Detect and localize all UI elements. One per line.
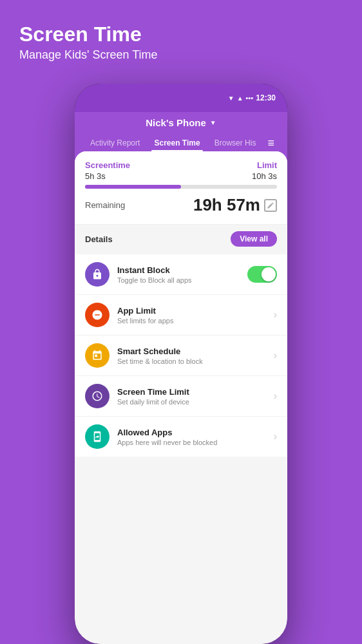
allowed-apps-chevron: › <box>274 431 277 442</box>
allowed-apps-title: Allowed Apps <box>117 428 274 437</box>
app-limit-chevron: › <box>274 309 277 321</box>
screen-time-limit-icon <box>85 384 110 408</box>
screentime-section: Screentime Limit 5h 3s 10h 3s Remaining … <box>75 151 287 225</box>
chevron-icon: › <box>274 309 277 320</box>
instant-block-subtitle: Toggle to Block all apps <box>117 276 247 284</box>
device-dropdown-arrow: ▼ <box>210 119 216 126</box>
app-limit-subtitle: Set limits for apps <box>117 317 274 325</box>
tab-browser-history[interactable]: Browser His <box>212 135 259 151</box>
progress-bar-bg <box>85 185 277 189</box>
smart-schedule-subtitle: Set time & location to block <box>117 357 274 365</box>
instant-block-title: Instant Block <box>117 265 247 275</box>
chevron-icon-4: › <box>274 431 277 442</box>
details-label: Details <box>85 234 113 244</box>
view-all-button[interactable]: View all <box>231 231 277 247</box>
wifi-icon: ▼ <box>228 95 234 102</box>
status-time: 12:30 <box>256 93 276 102</box>
limit-value: 10h 3s <box>252 171 277 181</box>
remaining-label: Remaining <box>85 200 125 210</box>
instant-block-toggle[interactable] <box>247 266 277 283</box>
tab-menu-icon[interactable]: ≡ <box>267 137 274 150</box>
instant-block-text: Instant Block Toggle to Block all apps <box>117 265 247 284</box>
screen-time-limit-chevron: › <box>274 390 277 402</box>
list-item-instant-block[interactable]: Instant Block Toggle to Block all apps <box>75 254 287 295</box>
smart-schedule-icon <box>85 343 110 368</box>
page-subtitle: Manage Kids' Screen Time <box>19 48 343 62</box>
content-card: Screentime Limit 5h 3s 10h 3s Remaining … <box>75 151 287 644</box>
tabs-bar: Activity Report Screen Time Browser His … <box>85 135 277 151</box>
instant-block-icon <box>85 262 110 287</box>
screentime-label: Screentime <box>85 160 130 170</box>
tab-screen-time[interactable]: Screen Time <box>151 135 202 151</box>
smart-schedule-chevron: › <box>274 350 277 361</box>
app-limit-text: App Limit Set limits for apps <box>117 306 274 325</box>
status-bar: ▼ ▲ ▪▪▪ 12:30 <box>75 84 287 112</box>
allowed-apps-subtitle: Apps here will never be blocked <box>117 439 274 446</box>
app-limit-icon <box>85 303 110 327</box>
list-item-screen-time-limit[interactable]: Screen Time Limit Set daily limit of dev… <box>75 376 287 417</box>
list-section: Instant Block Toggle to Block all apps <box>75 254 287 457</box>
smart-schedule-title: Smart Schedule <box>117 346 274 356</box>
chevron-icon-3: › <box>274 390 277 401</box>
edit-icon[interactable] <box>264 199 277 212</box>
limit-label: Limit <box>257 160 277 170</box>
status-icons: ▼ ▲ ▪▪▪ 12:30 <box>228 93 276 102</box>
toggle-on[interactable] <box>247 266 277 283</box>
tab-activity-report[interactable]: Activity Report <box>88 135 142 151</box>
details-row: Details View all <box>75 225 287 253</box>
page-title: Screen Time <box>19 23 343 46</box>
screen-time-limit-title: Screen Time Limit <box>117 387 274 397</box>
device-selector[interactable]: Nick's Phone ▼ <box>85 117 277 128</box>
page-header: Screen Time Manage Kids' Screen Time <box>0 0 362 75</box>
battery-icon: ▪▪▪ <box>246 94 254 102</box>
list-item-smart-schedule[interactable]: Smart Schedule Set time & location to bl… <box>75 336 287 376</box>
chevron-icon-2: › <box>274 350 277 361</box>
smart-schedule-text: Smart Schedule Set time & location to bl… <box>117 346 274 365</box>
phone-screen: Nick's Phone ▼ Activity Report Screen Ti… <box>75 112 287 644</box>
phone-frame: ▼ ▲ ▪▪▪ 12:30 Nick's Phone ▼ Activity Re… <box>75 84 287 644</box>
progress-bar-fill <box>85 185 181 189</box>
list-item-app-limit[interactable]: App Limit Set limits for apps › <box>75 295 287 336</box>
list-item-allowed-apps[interactable]: Allowed Apps Apps here will never be blo… <box>75 417 287 457</box>
screentime-current-value: 5h 3s <box>85 171 106 181</box>
remaining-time: 19h 57m <box>193 195 277 215</box>
remaining-time-value: 19h 57m <box>193 195 260 215</box>
app-limit-title: App Limit <box>117 306 274 316</box>
screen-top: Nick's Phone ▼ Activity Report Screen Ti… <box>75 112 287 151</box>
allowed-apps-icon <box>85 424 110 449</box>
screen-time-limit-text: Screen Time Limit Set daily limit of dev… <box>117 387 274 406</box>
allowed-apps-text: Allowed Apps Apps here will never be blo… <box>117 428 274 446</box>
signal-icon: ▲ <box>237 95 243 102</box>
device-name: Nick's Phone <box>146 117 206 128</box>
screen-time-limit-subtitle: Set daily limit of device <box>117 398 274 406</box>
